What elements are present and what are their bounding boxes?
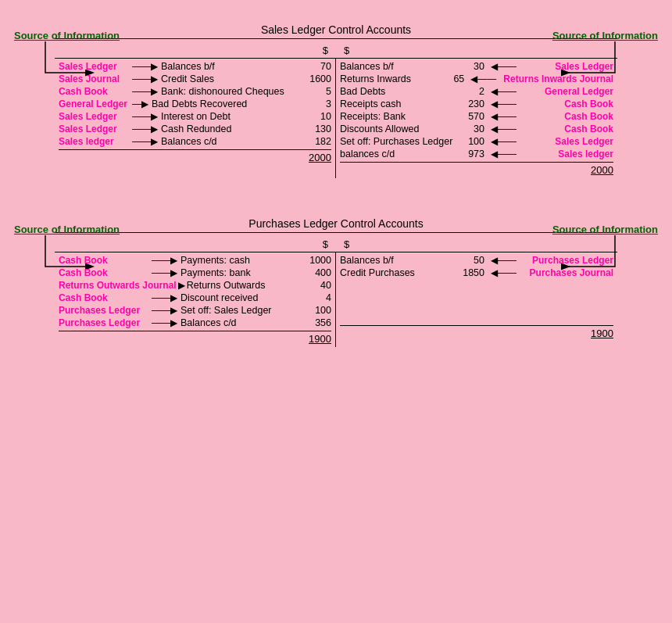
s2-left: Cash Book ——▶ Payments: cash 1000 Cash B… <box>55 252 336 347</box>
s2-l-row6: Purchases Ledger ——▶ Balances c/d 356 <box>59 317 331 328</box>
s1-l-row2: Sales Journal ——▶ Credit Sales 1600 <box>59 73 331 84</box>
s1-r-row1: Balances b/f 30 ◀—— Sales Ledger <box>340 61 613 72</box>
s1-l-row6: Sales Ledger ——▶ Cash Redunded 130 <box>59 124 331 134</box>
section1: Source of Information Source of Informat… <box>0 23 672 178</box>
s1-r-row7: Set off: Purchases Ledger 100 ◀—— Sales … <box>340 136 613 147</box>
s1-l-row4: General Ledger —▶ Bad Debts Recovered 3 <box>59 98 331 109</box>
s2-l-row4: Cash Book ——▶ Discount received 4 <box>59 292 331 303</box>
sales-ledger-t-account: Sales Ledger Control Accounts $ $ <box>55 23 617 178</box>
s1-r-row4: Receipts cash 230 ◀—— Cash Book <box>340 98 613 109</box>
s1-l-row5: Sales Ledger ——▶ Interest on Debt 10 <box>59 111 331 122</box>
s1-r-row2: Returns Inwards 65 ◀—— Returns Inwards J… <box>340 73 613 84</box>
s1-r-row6: Discounts Allowed 30 ◀—— Cash Book <box>340 124 613 134</box>
purchases-ledger-title: Purchases Ledger Control Accounts <box>55 217 617 233</box>
s2-r-row1: Balances b/f 50 ◀—— Purchases Ledger <box>340 255 613 266</box>
s2-l-row1: Cash Book ——▶ Payments: cash 1000 <box>59 255 331 266</box>
s1-r-row3: Bad Debts 2 ◀—— General Ledger <box>340 86 613 97</box>
s1-right: Balances b/f 30 ◀—— Sales Ledger Returns… <box>336 59 617 178</box>
s1-l-total-row: 2000 <box>59 149 331 163</box>
s1-dollar-headers: $ $ <box>55 43 617 58</box>
s1-r-row8: balances c/d 973 ◀—— Sales ledger <box>340 149 613 159</box>
s1-left: Sales Ledger ——▶ Balances b/f 70 Sales J… <box>55 59 336 178</box>
s2-body: Cash Book ——▶ Payments: cash 1000 Cash B… <box>55 252 617 347</box>
s2-l-row2: Cash Book ——▶ Payments: bank 400 <box>59 267 331 278</box>
sales-ledger-title: Sales Ledger Control Accounts <box>55 23 617 39</box>
s1-l-row1: Sales Ledger ——▶ Balances b/f 70 <box>59 61 331 72</box>
s2-r-total-row: 1900 <box>340 325 613 339</box>
s2-l-row3: Returns Outwards Journal ▶ Returns Outwa… <box>59 280 331 291</box>
s2-right: Balances b/f 50 ◀—— Purchases Ledger Cre… <box>336 252 617 347</box>
section2: Source of Information Source of Informat… <box>0 217 672 347</box>
s1-r-total-row: 2000 <box>340 162 613 176</box>
s1-l-row7: Sales ledger ——▶ Balances c/d 182 <box>59 136 331 147</box>
s2-dollar-headers: $ $ <box>55 237 617 252</box>
s2-l-row5: Purchases Ledger ——▶ Set off: Sales Ledg… <box>59 305 331 316</box>
purchases-ledger-t-account: Purchases Ledger Control Accounts $ $ <box>55 217 617 347</box>
s2-r-row2: Credit Purchases 1850 ◀—— Purchases Jour… <box>340 267 613 278</box>
s2-l-total-row: 1900 <box>59 331 331 345</box>
s1-l-row3: Cash Book ——▶ Bank: dishonoured Cheques … <box>59 86 331 97</box>
s1-r-row5: Receipts: Bank 570 ◀—— Cash Book <box>340 111 613 122</box>
s1-body: Sales Ledger ——▶ Balances b/f 70 Sales J… <box>55 58 617 178</box>
page-container: Source of Information Source of Informat… <box>0 0 672 623</box>
